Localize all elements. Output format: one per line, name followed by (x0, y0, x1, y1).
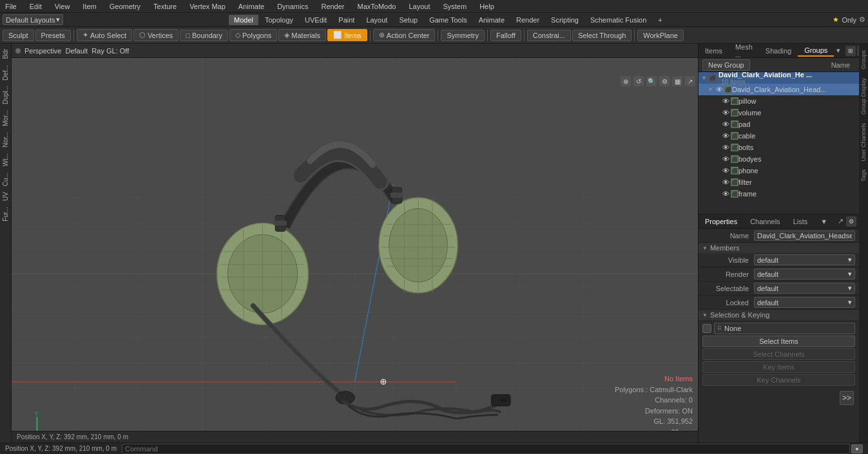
sidebar-item-nor[interactable]: Nor... (1, 129, 10, 150)
maximize-icon[interactable]: ↗ (685, 76, 695, 86)
orbit-icon[interactable]: ⊕ (621, 76, 631, 86)
menu-animate[interactable]: Animate (236, 3, 267, 10)
tree-row-2[interactable]: 👁 ⬛ volume (699, 107, 859, 118)
viewport-canvas[interactable]: X Y Z ⊕ ↺ 🔍 ⚙ ▦ ↗ No Items Polygons : Ca… (12, 58, 698, 442)
action-center-button[interactable]: ⊕ Action Center (373, 29, 436, 41)
visible-select[interactable]: default ▾ (754, 254, 855, 265)
sidebar-item-dupl[interactable]: Dupl... (1, 83, 10, 107)
edge-tab-groups[interactable]: Groups (860, 46, 867, 73)
command-run-button[interactable]: ● (851, 444, 863, 453)
members-section[interactable]: ▼ Members (699, 243, 859, 253)
menu-edit[interactable]: Edit (27, 3, 44, 10)
tab-lists[interactable]: Lists (787, 216, 815, 227)
workplane-button[interactable]: WorkPlane (637, 30, 684, 41)
items-button[interactable]: ⬜ Items (327, 29, 367, 41)
tree-row-3[interactable]: 👁 ⬛ pad (699, 118, 859, 130)
props-expand-icon[interactable]: ↗ (835, 217, 846, 225)
menu-item[interactable]: Item (80, 3, 99, 10)
tab-topology[interactable]: Topology (260, 15, 298, 25)
tree-row-root[interactable]: ▼ ⬛ David_Clark_Aviation_He ... 10 Items (699, 72, 859, 84)
sidebar-item-bdr[interactable]: Bdr (1, 46, 10, 62)
menu-texture[interactable]: Texture (151, 3, 179, 10)
select-items-button[interactable]: Select Items (702, 336, 855, 347)
name-input[interactable] (754, 231, 855, 241)
tab-game-tools[interactable]: Game Tools (424, 15, 472, 25)
locked-select[interactable]: default ▾ (754, 297, 855, 308)
tab-uvedit[interactable]: UVEdit (300, 15, 332, 25)
boundary-button[interactable]: □ Boundary (180, 30, 228, 41)
auto-select-button[interactable]: ✦ Auto Select (77, 29, 132, 41)
sidebar-item-cu[interactable]: Cu... (1, 170, 10, 189)
tab-add[interactable]: + (653, 15, 667, 25)
menu-layout[interactable]: Layout (406, 3, 432, 10)
edge-tab-group-display[interactable]: Group Display (860, 74, 867, 118)
selectable-select[interactable]: default ▾ (754, 283, 855, 294)
tab-channels[interactable]: Channels (744, 216, 786, 227)
props-arrow-button[interactable]: >> (840, 391, 854, 405)
tab-scripting[interactable]: Scripting (546, 15, 584, 25)
tree-row-5[interactable]: 👁 ⬛ bolts (699, 142, 859, 153)
tab-shading[interactable]: Shading (759, 46, 798, 56)
tree-row-7[interactable]: 👁 ⬛ phone (699, 165, 859, 176)
tab-model[interactable]: Model (229, 15, 258, 25)
menu-dynamics[interactable]: Dynamics (275, 3, 311, 10)
falloff-button[interactable]: Falloff (490, 30, 521, 41)
sidebar-item-uv[interactable]: UV (1, 189, 10, 203)
render-select[interactable]: default ▾ (754, 269, 855, 279)
viewport[interactable]: Perspective Default Ray GL: Off (12, 44, 698, 442)
tab-schematic[interactable]: Schematic Fusion (585, 15, 651, 25)
reset-icon[interactable]: ↺ (633, 76, 644, 86)
grid-icon[interactable]: ▦ (672, 76, 682, 86)
tab-groups[interactable]: Groups (798, 45, 834, 57)
tab-animate[interactable]: Animate (474, 15, 510, 25)
tree-row-8[interactable]: 👁 ⬛ filter (699, 176, 859, 188)
tab-setup[interactable]: Setup (394, 15, 423, 25)
layout-dropdown[interactable]: Default Layouts ▾ (3, 14, 63, 25)
props-settings-icon[interactable]: ⚙ (846, 216, 856, 227)
tab-items[interactable]: Items (699, 46, 729, 56)
materials-button[interactable]: ◈ Materials (278, 29, 326, 41)
constraints-button[interactable]: Constrai... (527, 30, 571, 41)
menu-vertex-map[interactable]: Vertex Map (187, 3, 228, 10)
tree-row-4[interactable]: 👁 ⬛ cable (699, 130, 859, 142)
menu-maxtomodo[interactable]: MaxToModo (355, 3, 399, 10)
menu-help[interactable]: Help (477, 3, 497, 10)
menu-view[interactable]: View (52, 3, 73, 10)
edge-tab-tags[interactable]: Tags (860, 166, 867, 185)
sidebar-item-fur[interactable]: Fur... (1, 204, 10, 224)
sel-keying-section[interactable]: ▼ Selection & Keying (699, 310, 859, 320)
menu-system[interactable]: System (440, 3, 469, 10)
command-input[interactable] (122, 444, 850, 454)
settings-icon[interactable]: ⚙ (859, 15, 865, 24)
color-swatch[interactable] (702, 324, 711, 333)
tab-properties[interactable]: Properties (699, 216, 744, 227)
tree-row-9[interactable]: 👁 ⬛ frame (699, 188, 859, 200)
zoom-icon[interactable]: 🔍 (646, 76, 657, 86)
sidebar-item-mor[interactable]: Mor... (1, 108, 10, 129)
polygons-button[interactable]: ◇ Polygons (229, 29, 277, 41)
symmetry-button[interactable]: Symmetry (441, 30, 485, 41)
tab-layout[interactable]: Layout (361, 15, 392, 25)
sidebar-item-def[interactable]: Def... (1, 62, 10, 83)
tab-mesh[interactable]: Mesh ... (729, 44, 759, 60)
presets-button[interactable]: Presets (35, 30, 71, 41)
render-settings-icon[interactable]: ⚙ (659, 76, 670, 86)
menu-render[interactable]: Render (318, 3, 347, 10)
sculpt-button[interactable]: Sculpt (3, 30, 34, 41)
tab-paint[interactable]: Paint (333, 15, 360, 25)
menu-file[interactable]: File (3, 3, 19, 10)
panel-icon-1[interactable]: ⊞ (845, 46, 856, 56)
tab-more[interactable]: ▼ (814, 216, 834, 227)
edge-tab-user-channels[interactable]: User Channels (860, 119, 867, 166)
menu-geometry[interactable]: Geometry (107, 3, 143, 10)
new-group-button[interactable]: New Group (702, 59, 750, 71)
tab-render[interactable]: Render (511, 15, 545, 25)
vertices-button[interactable]: ⬡ Vertices (133, 29, 178, 41)
tree-area[interactable]: ▼ ⬛ David_Clark_Aviation_He ... 10 Items… (699, 72, 859, 214)
tree-row-0[interactable]: ▼ 👁 ⬛ David_Clark_Aviation_Head... (699, 84, 859, 95)
panel-tabs-arrow[interactable]: ▾ (834, 46, 843, 55)
select-through-button[interactable]: Select Through (572, 30, 632, 41)
sidebar-item-wt[interactable]: Wt... (1, 151, 10, 169)
tree-row-1[interactable]: 👁 ⬛ pillow (699, 95, 859, 107)
tree-row-6[interactable]: 👁 ⬛ bodyes (699, 153, 859, 165)
